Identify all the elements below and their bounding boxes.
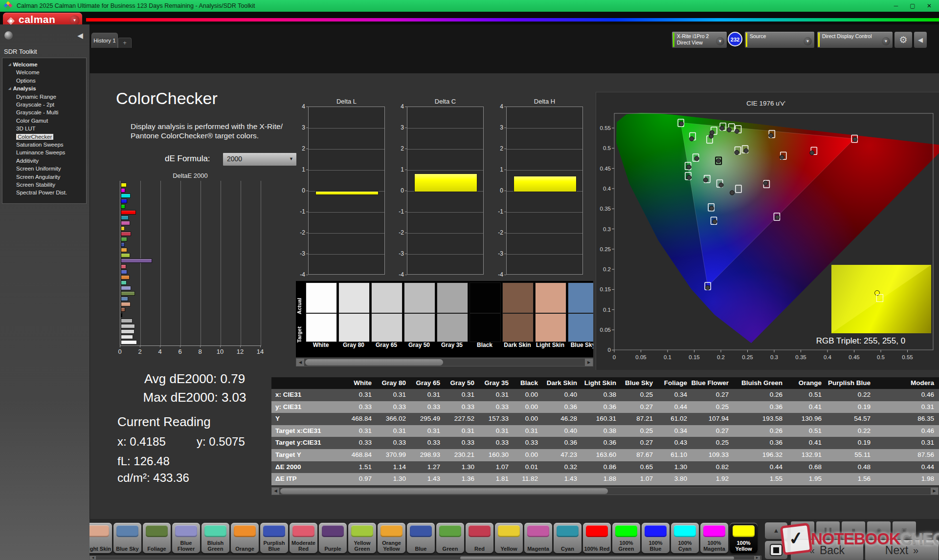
patch-button-yellow[interactable]: Yellow — [495, 523, 523, 553]
meter-dropdown[interactable]: X-Rite i1Pro 2Direct View ▼ — [671, 31, 727, 48]
settings-button[interactable]: ⚙ — [894, 31, 913, 48]
minimize-button[interactable]: ─ — [889, 0, 903, 12]
patch-label: 100% Cyan — [671, 540, 699, 552]
patch-button-cyan[interactable]: Cyan — [554, 523, 581, 553]
table-row[interactable]: Target x:CIE310.310.310.310.310.310.310.… — [271, 425, 939, 437]
sidebar-item-colorchecker[interactable]: ColorChecker — [16, 134, 100, 142]
table-cell: 366.02 — [376, 413, 410, 425]
formula-dropdown[interactable]: 2000 ▼ — [223, 152, 297, 166]
actual-row-label: Actual — [296, 286, 302, 314]
sidebar-item-options[interactable]: Options — [16, 78, 100, 86]
meter-count-badge[interactable]: 232 — [728, 32, 742, 46]
session-orb-icon[interactable] — [4, 31, 13, 40]
sidebar-item-screen-angularity[interactable]: Screen Angularity — [16, 174, 100, 182]
scroll-left-icon[interactable]: ◀ — [296, 359, 304, 366]
source-dropdown[interactable]: Source ▼ — [744, 31, 815, 48]
patch-button-yellow-green[interactable]: Yellow Green — [348, 523, 376, 553]
patch-button-100-green[interactable]: 100% Green — [612, 523, 640, 553]
sidebar-item-screen-uniformity[interactable]: Screen Uniformity — [16, 166, 100, 173]
chart-gridline — [241, 181, 241, 345]
sidebar-item-dynamic-range[interactable]: Dynamic Range — [16, 94, 100, 102]
scrollbar-thumb[interactable] — [460, 557, 734, 560]
sidebar-item-3d-lut[interactable]: 3D LUT — [16, 126, 100, 133]
scroll-right-icon[interactable]: ▶ — [585, 359, 593, 366]
patch-scrollbar[interactable]: ◀ ▶ — [89, 556, 761, 560]
sidebar-item-color-gamut[interactable]: Color Gamut — [16, 118, 100, 126]
x-axis-tick — [220, 345, 221, 347]
patch-button-blue-flower[interactable]: Blue Flower — [172, 523, 200, 553]
expand-arrow-icon[interactable]: ◢ — [8, 63, 11, 66]
table-row[interactable]: y: CIE310.330.330.330.330.330.000.360.36… — [271, 401, 939, 413]
close-button[interactable]: ✕ — [922, 0, 936, 12]
table-row[interactable]: Target y:CIE310.330.330.330.330.330.330.… — [271, 437, 939, 449]
panel-collapse-button[interactable]: ◀ — [914, 31, 927, 48]
patch-button-foliage[interactable]: Foliage — [143, 523, 171, 553]
table-row[interactable]: x: CIE310.310.310.310.310.310.000.400.38… — [271, 389, 939, 401]
scrollbar-thumb[interactable] — [305, 359, 443, 366]
sidebar-item-additivity[interactable]: Additivity — [16, 158, 100, 166]
patch-button-green[interactable]: Green — [436, 523, 464, 553]
y-axis-tick — [405, 191, 407, 191]
patch-button-orange-yellow[interactable]: Orange Yellow — [378, 523, 405, 553]
patch-swatch — [89, 525, 109, 537]
sidebar-collapse-button[interactable]: ◀ — [75, 29, 86, 42]
table-cell: 1.56 — [826, 473, 874, 485]
deltae-bar-gray-35 — [121, 319, 133, 323]
patch-button-100-yellow[interactable]: 100% Yellow — [730, 523, 758, 553]
patch-button-moderate-red[interactable]: Moderate Red — [290, 523, 317, 553]
table-cell: 0.46 — [874, 425, 938, 437]
sidebar-item-spectral-power-dist-[interactable]: Spectral Power Dist. — [16, 190, 100, 197]
scrollbar-thumb[interactable] — [280, 488, 608, 494]
table-row[interactable]: ΔE ITP0.971.301.431.361.8111.821.431.881… — [271, 473, 939, 485]
table-cell: 0.01 — [513, 461, 542, 474]
patch-swatch — [322, 525, 344, 537]
sidebar-item-luminance-sweeps[interactable]: Luminance Sweeps — [16, 150, 100, 157]
patch-button-blue-sky[interactable]: Blue Sky — [113, 523, 141, 553]
patch-button-purplish-blue[interactable]: Purplish Blue — [260, 523, 288, 553]
measured-marker-blue — [713, 219, 717, 224]
table-cell: 0.33 — [478, 401, 513, 413]
target-swatch-5 — [470, 313, 501, 342]
table-column-header: Foliage — [657, 377, 691, 389]
table-row[interactable]: Target Y468.84370.99298.93230.21160.300.… — [271, 449, 939, 461]
scroll-right-icon[interactable]: ▶ — [754, 556, 760, 560]
target-swatch-0 — [306, 313, 337, 342]
svg-text:0.35: 0.35 — [600, 206, 611, 212]
sidebar-item-analysis[interactable]: ◢Analysis — [8, 86, 92, 93]
table-row[interactable]: Y468.84366.02295.49227.52157.330.0046.28… — [271, 413, 939, 425]
sidebar-item-screen-stability[interactable]: Screen Stability — [16, 182, 100, 190]
actual-swatch-7 — [535, 282, 566, 313]
expand-arrow-icon[interactable]: ◢ — [8, 86, 11, 90]
window-titlebar: Calman 2025 Calman Ultimate for Business… — [0, 0, 939, 12]
sidebar-item-saturation-sweeps[interactable]: Saturation Sweeps — [16, 142, 100, 150]
scroll-right-icon[interactable]: ▶ — [931, 488, 938, 495]
patch-button-magenta[interactable]: Magenta — [524, 523, 552, 553]
patch-button-100-red[interactable]: 100% Red — [583, 523, 611, 553]
sidebar-item-grayscale-2pt[interactable]: Grayscale - 2pt — [16, 102, 100, 109]
patch-button-blue[interactable]: Blue — [407, 523, 435, 553]
sidebar-item-welcome[interactable]: ◢Welcome — [8, 62, 92, 69]
patch-button-light-skin[interactable]: Light Skin — [89, 523, 112, 553]
sidebar-item-welcome[interactable]: Welcome — [16, 69, 100, 77]
table-scrollbar[interactable]: ◀ ▶ — [271, 487, 939, 495]
sidebar-item-grayscale-multi[interactable]: Grayscale - Multi — [16, 109, 100, 117]
patch-button-100-magenta[interactable]: 100% Magenta — [700, 523, 728, 553]
patch-button-100-blue[interactable]: 100% Blue — [642, 523, 670, 553]
patch-button-orange[interactable]: Orange — [231, 523, 259, 553]
patch-button-bluish-green[interactable]: Bluish Green — [201, 523, 229, 553]
tab-history-1[interactable]: History 1 — [91, 33, 118, 48]
maximize-button[interactable]: ▢ — [906, 0, 919, 12]
y-axis-tick-label: 4 — [293, 103, 305, 110]
svg-text:0.3: 0.3 — [770, 354, 778, 360]
display-control-dropdown[interactable]: Direct Display Control ▼ — [817, 31, 893, 48]
patch-button-purple[interactable]: Purple — [319, 523, 347, 553]
patch-button-red[interactable]: Red — [466, 523, 493, 553]
scroll-left-icon[interactable]: ◀ — [272, 488, 279, 495]
swatch-scrollbar[interactable]: ◀ ▶ — [296, 358, 593, 366]
patch-button-100-cyan[interactable]: 100% Cyan — [671, 523, 699, 553]
scroll-left-icon[interactable]: ◀ — [90, 556, 96, 560]
chart-gridline — [309, 233, 384, 234]
table-cell: 0.68 — [786, 461, 826, 474]
add-tab-button[interactable]: + — [118, 38, 132, 48]
table-row[interactable]: ΔE 20001.511.141.271.301.070.010.320.860… — [271, 461, 939, 474]
